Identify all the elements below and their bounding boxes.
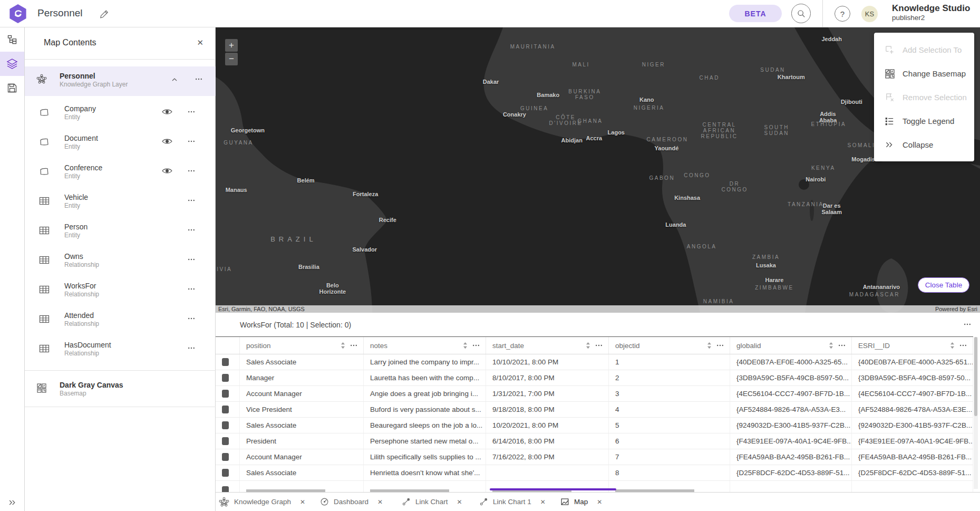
close-panel-icon[interactable]: ✕ bbox=[197, 38, 203, 47]
tab-dashboard[interactable]: Dashboard✕ bbox=[320, 493, 383, 511]
sublayer-options-icon[interactable] bbox=[187, 167, 196, 175]
map-canvas[interactable]: DakarBamakoConakryKanoLagosAbidjanAccraY… bbox=[216, 27, 980, 313]
user-identity[interactable]: Knowledge Studio publisher2 bbox=[892, 3, 970, 22]
table-row[interactable]: Sales AssociateBeauregard sleeps on the … bbox=[216, 418, 973, 433]
expand-rail-button[interactable] bbox=[0, 498, 24, 507]
sublayer-options-icon[interactable] bbox=[187, 314, 196, 323]
tab-close-icon[interactable]: ✕ bbox=[377, 498, 383, 506]
sort-arrows-icon[interactable] bbox=[341, 342, 345, 349]
column-header-position[interactable]: position bbox=[240, 337, 364, 354]
row-checkbox[interactable] bbox=[222, 437, 229, 445]
row-checkbox[interactable] bbox=[222, 358, 229, 366]
rail-item-layers[interactable] bbox=[0, 52, 24, 76]
close-table-button[interactable]: Close Table bbox=[918, 277, 969, 293]
tab-knowledge-graph[interactable]: Knowledge Graph✕ bbox=[219, 493, 305, 511]
column-options-icon[interactable] bbox=[595, 341, 603, 350]
menu-item-collapse[interactable]: Collapse bbox=[874, 133, 974, 157]
sublayer-options-icon[interactable] bbox=[187, 137, 196, 146]
row-select-cell[interactable] bbox=[216, 418, 240, 433]
sort-arrows-icon[interactable] bbox=[586, 342, 590, 349]
select-all-header[interactable] bbox=[216, 337, 240, 354]
tab-map[interactable]: Map✕ bbox=[560, 493, 602, 511]
column-options-icon[interactable] bbox=[959, 341, 967, 350]
tab-link-chart[interactable]: Link Chart✕ bbox=[402, 493, 462, 511]
zoom-out-button[interactable]: − bbox=[225, 53, 238, 65]
menu-item-change-basemap[interactable]: Change Basemap bbox=[874, 62, 974, 85]
vertical-scrollbar-thumb[interactable] bbox=[974, 337, 977, 416]
row-checkbox[interactable] bbox=[222, 406, 229, 413]
collapse-layer-icon[interactable] bbox=[170, 75, 179, 84]
search-button[interactable] bbox=[791, 4, 811, 23]
column-header-notes[interactable]: notes bbox=[364, 337, 486, 354]
sublayer-row-owns[interactable]: OwnsRelationship bbox=[25, 247, 216, 276]
table-row[interactable]: PresidentPersephone started new metal o.… bbox=[216, 433, 973, 449]
sublayer-options-icon[interactable] bbox=[187, 344, 196, 352]
menu-item-toggle-legend[interactable]: Toggle Legend bbox=[874, 109, 974, 133]
sublayer-options-icon[interactable] bbox=[187, 196, 196, 205]
row-select-cell[interactable] bbox=[216, 481, 240, 492]
layer-row-personnel[interactable]: PersonnelKnowledge Graph Layer bbox=[25, 66, 216, 96]
sublayer-row-conference[interactable]: ConferenceEntity bbox=[25, 158, 216, 188]
sublayer-row-worksfor[interactable]: WorksForRelationship bbox=[25, 276, 216, 306]
edit-title-icon[interactable] bbox=[100, 9, 109, 19]
table-options-icon[interactable] bbox=[963, 320, 972, 329]
sublayer-options-icon[interactable] bbox=[187, 285, 196, 293]
tab-close-icon[interactable]: ✕ bbox=[540, 498, 546, 506]
table-row[interactable]: ManagerLauretta has been with the comp..… bbox=[216, 370, 973, 386]
visibility-eye-icon[interactable] bbox=[162, 138, 172, 145]
sublayer-row-attended[interactable]: AttendedRelationship bbox=[25, 306, 216, 335]
sublayer-options-icon[interactable] bbox=[187, 255, 196, 264]
sublayer-options-icon[interactable] bbox=[187, 226, 196, 234]
tab-close-icon[interactable]: ✕ bbox=[457, 498, 462, 506]
help-button[interactable]: ? bbox=[835, 6, 850, 22]
row-checkbox[interactable] bbox=[222, 486, 229, 493]
visibility-eye-icon[interactable] bbox=[162, 167, 172, 175]
sublayer-row-vehicle[interactable]: VehicleEntity bbox=[25, 188, 216, 217]
tab-close-icon[interactable]: ✕ bbox=[597, 498, 602, 506]
sort-arrows-icon[interactable] bbox=[707, 342, 712, 349]
rail-item-save[interactable] bbox=[0, 76, 24, 100]
row-select-cell[interactable] bbox=[216, 449, 240, 465]
horizontal-scrollbar-thumb[interactable] bbox=[490, 488, 616, 490]
table-row[interactable]: Sales AssociateHenrietta doesn't know wh… bbox=[216, 465, 973, 481]
sort-arrows-icon[interactable] bbox=[829, 342, 833, 349]
column-options-icon[interactable] bbox=[716, 341, 724, 350]
tab-close-icon[interactable]: ✕ bbox=[300, 498, 305, 506]
rail-item-data-model[interactable] bbox=[0, 27, 24, 52]
layer-options-icon[interactable] bbox=[195, 75, 203, 83]
basemap-row[interactable]: Dark Gray CanvasBasemap bbox=[25, 375, 216, 405]
tab-link-chart-1[interactable]: Link Chart 1✕ bbox=[479, 493, 546, 511]
row-select-cell[interactable] bbox=[216, 386, 240, 401]
zoom-in-button[interactable]: + bbox=[225, 39, 238, 52]
sort-arrows-icon[interactable] bbox=[463, 342, 468, 349]
row-select-cell[interactable] bbox=[216, 354, 240, 370]
row-select-cell[interactable] bbox=[216, 433, 240, 449]
row-checkbox[interactable] bbox=[222, 453, 229, 461]
column-options-icon[interactable] bbox=[350, 341, 358, 350]
row-checkbox[interactable] bbox=[222, 469, 229, 477]
table-row[interactable]: Vice PresidentBuford is very passionate … bbox=[216, 402, 973, 418]
sublayer-row-company[interactable]: CompanyEntity bbox=[25, 99, 216, 129]
column-header-objectid[interactable]: objectid bbox=[609, 337, 730, 354]
row-checkbox[interactable] bbox=[222, 421, 229, 429]
table-row[interactable]: Account ManagerAngie does a great job br… bbox=[216, 386, 973, 402]
table-row[interactable]: Account ManagerLilith specifically sells… bbox=[216, 449, 973, 465]
row-checkbox[interactable] bbox=[222, 390, 229, 398]
sublayer-row-hasdocument[interactable]: HasDocumentRelationship bbox=[25, 335, 216, 365]
row-select-cell[interactable] bbox=[216, 370, 240, 385]
column-options-icon[interactable] bbox=[838, 341, 846, 350]
row-select-cell[interactable] bbox=[216, 402, 240, 417]
column-header-start_date[interactable]: start_date bbox=[486, 337, 609, 354]
visibility-eye-icon[interactable] bbox=[162, 108, 172, 115]
sort-arrows-icon[interactable] bbox=[950, 342, 955, 349]
app-logo-icon[interactable] bbox=[9, 4, 27, 23]
sublayer-row-document[interactable]: DocumentEntity bbox=[25, 129, 216, 158]
column-options-icon[interactable] bbox=[472, 341, 480, 350]
row-checkbox[interactable] bbox=[222, 374, 229, 382]
row-select-cell[interactable] bbox=[216, 465, 240, 480]
column-header-ESRI__ID[interactable]: ESRI__ID bbox=[852, 337, 973, 354]
sublayer-options-icon[interactable] bbox=[187, 108, 196, 116]
vertical-scrollbar[interactable] bbox=[974, 337, 978, 489]
table-row[interactable]: Sales AssociateLarry joined the company … bbox=[216, 354, 973, 370]
sublayer-row-person[interactable]: PersonEntity bbox=[25, 217, 216, 247]
